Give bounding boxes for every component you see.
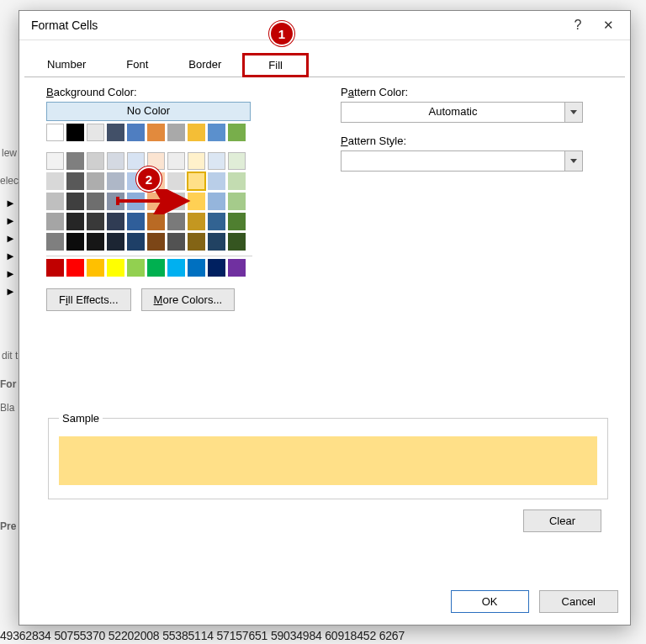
color-swatch[interactable] bbox=[208, 172, 225, 190]
color-swatch[interactable] bbox=[66, 259, 84, 277]
color-swatch[interactable] bbox=[107, 124, 124, 141]
color-swatch[interactable] bbox=[66, 172, 84, 190]
color-swatch[interactable] bbox=[188, 152, 205, 170]
color-swatch[interactable] bbox=[167, 233, 185, 251]
color-swatch[interactable] bbox=[188, 233, 205, 251]
color-swatch[interactable] bbox=[167, 152, 185, 170]
color-swatch[interactable] bbox=[107, 213, 124, 230]
pattern-style-value bbox=[342, 151, 564, 171]
color-swatch[interactable] bbox=[167, 213, 185, 230]
close-button[interactable]: ✕ bbox=[593, 18, 623, 33]
color-swatch[interactable] bbox=[228, 213, 246, 230]
color-swatch[interactable] bbox=[46, 193, 64, 210]
color-swatch[interactable] bbox=[107, 259, 124, 277]
tab-fill[interactable]: Fill bbox=[242, 53, 309, 77]
annotation-arrow-icon bbox=[116, 189, 200, 214]
sample-legend: Sample bbox=[59, 412, 103, 425]
color-swatch[interactable] bbox=[87, 259, 104, 277]
color-swatch[interactable] bbox=[87, 124, 104, 141]
dialog-titlebar: Format Cells ? ✕ bbox=[19, 11, 630, 40]
color-swatch[interactable] bbox=[188, 124, 205, 141]
color-swatch[interactable] bbox=[147, 233, 165, 251]
pattern-style-dropdown[interactable] bbox=[341, 150, 583, 172]
color-swatch[interactable] bbox=[46, 259, 64, 277]
tab-border[interactable]: Border bbox=[169, 52, 241, 77]
color-swatch[interactable] bbox=[66, 233, 84, 251]
color-swatch[interactable] bbox=[188, 259, 205, 277]
pattern-panel: Pattern Color: Automatic Pattern Style: bbox=[341, 86, 610, 311]
color-swatch[interactable] bbox=[228, 124, 246, 141]
annotation-badge-1: 1 bbox=[269, 21, 294, 46]
color-swatch[interactable] bbox=[167, 172, 185, 190]
pattern-color-label: Pattern Color: bbox=[341, 86, 610, 98]
color-swatch[interactable] bbox=[127, 213, 145, 230]
tab-strip: Number Font Border Fill bbox=[24, 52, 625, 77]
clear-button[interactable]: Clear bbox=[523, 509, 601, 532]
format-cells-dialog: Format Cells ? ✕ Number Font Border Fill… bbox=[19, 10, 631, 626]
color-swatch[interactable] bbox=[107, 172, 124, 190]
chevron-down-icon[interactable] bbox=[564, 103, 582, 122]
color-swatch[interactable] bbox=[127, 259, 145, 277]
color-swatch[interactable] bbox=[147, 213, 165, 230]
color-swatch[interactable] bbox=[228, 233, 246, 251]
fill-effects-button[interactable]: Fill Effects... bbox=[46, 288, 131, 311]
color-swatch[interactable] bbox=[107, 152, 124, 170]
tab-font[interactable]: Font bbox=[107, 52, 167, 77]
help-button[interactable]: ? bbox=[563, 18, 593, 33]
more-colors-button[interactable]: More Colors... bbox=[141, 288, 236, 311]
no-color-button[interactable]: No Color bbox=[46, 102, 251, 121]
color-swatch[interactable] bbox=[167, 259, 185, 277]
color-swatch[interactable] bbox=[167, 124, 185, 141]
pattern-color-value: Automatic bbox=[342, 103, 564, 122]
color-swatch[interactable] bbox=[87, 172, 104, 190]
color-swatch[interactable] bbox=[87, 213, 104, 230]
pattern-color-dropdown[interactable]: Automatic bbox=[341, 102, 583, 123]
color-swatch[interactable] bbox=[208, 233, 225, 251]
ok-button[interactable]: OK bbox=[451, 590, 529, 613]
color-swatch[interactable] bbox=[66, 193, 84, 210]
color-swatch[interactable] bbox=[46, 152, 64, 170]
color-swatch[interactable] bbox=[147, 259, 165, 277]
color-swatch[interactable] bbox=[228, 172, 246, 190]
color-swatch[interactable] bbox=[87, 152, 104, 170]
color-swatch[interactable] bbox=[66, 213, 84, 230]
pattern-style-label: Pattern Style: bbox=[341, 135, 610, 147]
color-swatch[interactable] bbox=[208, 124, 225, 141]
color-swatch[interactable] bbox=[208, 213, 225, 230]
color-swatch[interactable] bbox=[228, 193, 246, 210]
color-swatch[interactable] bbox=[228, 259, 246, 277]
color-swatch[interactable] bbox=[107, 233, 124, 251]
background-color-label: Background Color: bbox=[46, 86, 299, 98]
sample-fieldset: Sample bbox=[48, 412, 608, 499]
color-swatch[interactable] bbox=[208, 259, 225, 277]
color-swatch[interactable] bbox=[46, 233, 64, 251]
color-swatch[interactable] bbox=[188, 213, 205, 230]
color-swatch[interactable] bbox=[228, 152, 246, 170]
color-swatch[interactable] bbox=[208, 193, 225, 210]
sample-preview bbox=[59, 436, 597, 485]
color-swatch[interactable] bbox=[87, 233, 104, 251]
color-swatch[interactable] bbox=[66, 124, 84, 141]
color-swatch[interactable] bbox=[208, 152, 225, 170]
color-swatch[interactable] bbox=[46, 124, 64, 141]
color-swatch[interactable] bbox=[46, 172, 64, 190]
spreadsheet-row-values: 49362834 50755370 52202008 55385114 5715… bbox=[0, 629, 405, 642]
cancel-button[interactable]: Cancel bbox=[539, 590, 618, 613]
color-swatch[interactable] bbox=[127, 233, 145, 251]
color-swatch[interactable] bbox=[147, 124, 165, 141]
chevron-down-icon[interactable] bbox=[564, 151, 582, 171]
tab-number[interactable]: Number bbox=[28, 52, 105, 77]
annotation-badge-2: 2 bbox=[136, 166, 162, 192]
color-swatch[interactable] bbox=[127, 124, 145, 141]
color-swatch[interactable] bbox=[66, 152, 84, 170]
color-swatch[interactable] bbox=[87, 193, 104, 210]
color-swatch[interactable] bbox=[46, 213, 64, 230]
dialog-title: Format Cells bbox=[31, 18, 563, 32]
color-swatch[interactable] bbox=[188, 172, 205, 190]
